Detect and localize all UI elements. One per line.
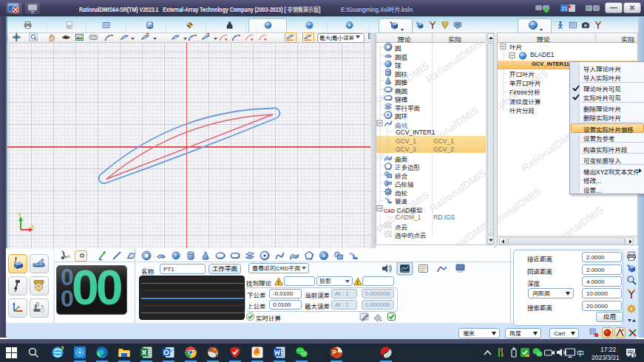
svg-text:2023/3/21: 2023/3/21 [592, 354, 620, 361]
svg-text:!: ! [277, 279, 279, 286]
svg-text:17:22: 17:22 [600, 346, 617, 353]
svg-text:!: ! [356, 279, 359, 286]
svg-text:中: 中 [577, 349, 584, 358]
svg-text:Y: Y [18, 211, 22, 218]
svg-text:21: 21 [562, 6, 568, 11]
svg-text:x: x [31, 224, 34, 229]
